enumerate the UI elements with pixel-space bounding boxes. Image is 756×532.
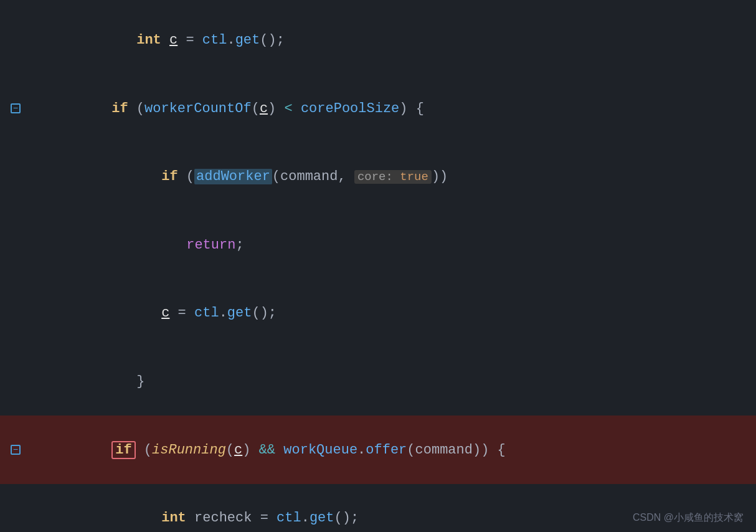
code-line-1: int c = ctl.get(); [0, 6, 756, 75]
keyword-int: int [136, 32, 161, 48]
code-container: int c = ctl.get(); − if (workerCountOf(c… [0, 0, 756, 532]
keyword-if-2: if [161, 169, 177, 184]
fn-workQueue: workQueue [283, 442, 357, 458]
breakpoint-minus-1: − [11, 103, 21, 113]
param-core-true: core: true [354, 170, 432, 184]
code-line-4: return; [0, 211, 756, 280]
code-line-2: − if (workerCountOf(c) < corePoolSize) { [0, 75, 756, 143]
watermark: CSDN @小咸鱼的技术窝 [633, 510, 744, 526]
highlight-addWorker-1: addWorker [194, 169, 272, 184]
fn-isRunning-1: isRunning [152, 442, 226, 458]
breakpoint-minus-2: − [11, 445, 21, 455]
code-text-1: int c = ctl.get(); [31, 7, 756, 74]
code-line-7: − if (isRunning(c) && workQueue.offer(co… [0, 416, 756, 484]
var-c-2: c [260, 101, 268, 116]
fn-offer: offer [366, 442, 407, 458]
fn-ctl-3: ctl [276, 510, 301, 526]
fn-ctl-2: ctl [194, 305, 219, 321]
code-text-6: } [31, 349, 756, 415]
code-text-3: if (addWorker(command, core: true)) [31, 144, 756, 210]
keyword-if-highlighted: if [111, 441, 135, 459]
var-c: c [169, 32, 177, 48]
fn-get-3: get [309, 510, 334, 526]
var-c-4: c [234, 442, 242, 458]
code-line-6: } [0, 348, 756, 416]
fn-workerCountOf-1: workerCountOf [144, 101, 252, 116]
keyword-return: return [186, 237, 235, 253]
var-corePoolSize: corePoolSize [301, 101, 399, 116]
keyword-int-2: int [161, 510, 186, 526]
code-text-7: if (isRunning(c) && workQueue.offer(comm… [31, 417, 756, 483]
fn-get-1: get [235, 32, 260, 48]
gutter-7: − [0, 445, 31, 455]
var-c-3: c [161, 305, 169, 321]
fn-ctl: ctl [202, 32, 227, 48]
code-line-3: if (addWorker(command, core: true)) [0, 143, 756, 211]
keyword-if-1: if [111, 101, 128, 116]
code-text-5: c = ctl.get(); [31, 280, 756, 346]
code-line-5: c = ctl.get(); [0, 279, 756, 348]
gutter-2: − [0, 103, 31, 113]
code-text-4: return; [31, 212, 756, 278]
fn-get-2: get [227, 305, 252, 321]
code-text-2: if (workerCountOf(c) < corePoolSize) { [31, 76, 756, 142]
